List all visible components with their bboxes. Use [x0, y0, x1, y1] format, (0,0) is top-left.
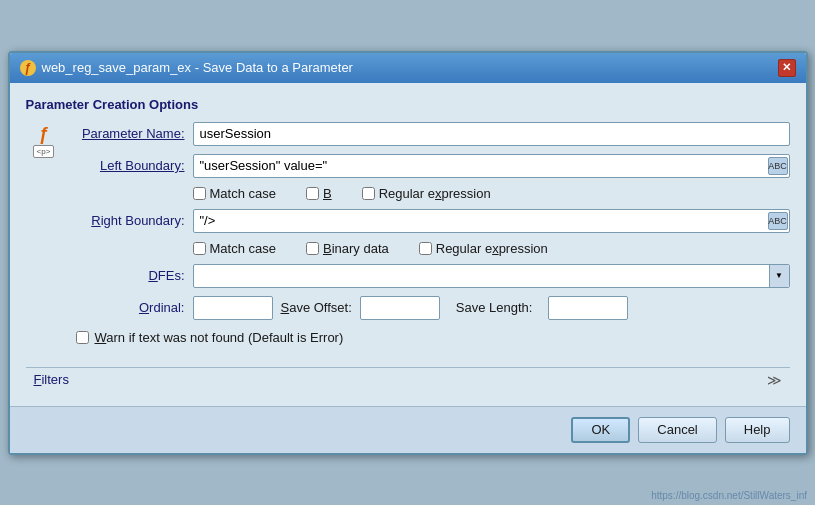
param-name-label: Parameter Name: [70, 126, 185, 141]
param-name-input[interactable] [193, 122, 790, 146]
footer: OK Cancel Help [10, 406, 806, 453]
content-area: Parameter Creation Options ƒ <p> Paramet… [10, 83, 806, 406]
save-length-input[interactable] [548, 296, 628, 320]
right-binary-data-item: Binary data [306, 241, 389, 256]
right-regex-label: Regular expression [436, 241, 548, 256]
left-match-case-checkbox[interactable] [193, 187, 206, 200]
right-boundary-checkboxes: Match case Binary data Regular expressio… [193, 241, 790, 256]
param-section: ƒ <p> Parameter Name: Left Boundary: [26, 122, 790, 355]
left-binary-data-item: B [306, 186, 332, 201]
right-boundary-abc-btn[interactable]: ABC [768, 212, 788, 230]
right-boundary-input[interactable] [193, 209, 790, 233]
param-icon-symbol: ƒ [38, 125, 48, 143]
dfes-select-value [194, 274, 769, 278]
left-binary-data-label: B [323, 186, 332, 201]
save-offset-input[interactable] [360, 296, 440, 320]
left-boundary-checkboxes: Match case B Regular expression [193, 186, 790, 201]
warn-label: Warn if text was not found (Default is E… [95, 330, 344, 345]
main-window: ƒ web_reg_save_param_ex - Save Data to a… [8, 51, 808, 455]
dfes-dropdown-arrow[interactable]: ▼ [769, 265, 789, 287]
right-regex-checkbox[interactable] [419, 242, 432, 255]
dfes-select-wrapper[interactable]: ▼ [193, 264, 790, 288]
right-boundary-label: Right Boundary: [70, 213, 185, 228]
warn-checkbox[interactable] [76, 331, 89, 344]
right-match-case-item: Match case [193, 241, 276, 256]
left-boundary-label: Left Boundary: [70, 158, 185, 173]
dfes-label: DFEs: [70, 268, 185, 283]
window-title: web_reg_save_param_ex - Save Data to a P… [42, 60, 353, 75]
right-regex-item: Regular expression [419, 241, 548, 256]
dfes-row: DFEs: ▼ [70, 264, 790, 288]
ordinal-label: Ordinal: [70, 300, 185, 315]
close-button[interactable]: ✕ [778, 59, 796, 77]
ordinal-row: Ordinal: Save Offset: Save Length: [70, 296, 790, 320]
left-match-case-item: Match case [193, 186, 276, 201]
left-binary-data-checkbox[interactable] [306, 187, 319, 200]
left-regex-item: Regular expression [362, 186, 491, 201]
app-icon: ƒ [20, 60, 36, 76]
form-area: Parameter Name: Left Boundary: ABC [70, 122, 790, 355]
right-match-case-checkbox[interactable] [193, 242, 206, 255]
param-name-row: Parameter Name: [70, 122, 790, 146]
right-boundary-input-wrapper: ABC [193, 209, 790, 233]
left-regex-checkbox[interactable] [362, 187, 375, 200]
filters-row[interactable]: Filters ≫ [26, 367, 790, 392]
param-icon-box: <p> [33, 145, 55, 158]
ordinal-input[interactable] [193, 296, 273, 320]
param-icon: ƒ <p> [26, 124, 62, 160]
save-length-label: Save Length: [456, 300, 533, 315]
title-bar: ƒ web_reg_save_param_ex - Save Data to a… [10, 53, 806, 83]
left-boundary-abc-btn[interactable]: ABC [768, 157, 788, 175]
left-boundary-row: Left Boundary: ABC [70, 154, 790, 178]
right-binary-data-checkbox[interactable] [306, 242, 319, 255]
left-regex-label: Regular expression [379, 186, 491, 201]
filters-label: Filters [34, 372, 69, 387]
cancel-button[interactable]: Cancel [638, 417, 716, 443]
footer-url: https://blog.csdn.net/StillWaters_inf [651, 490, 807, 501]
title-bar-left: ƒ web_reg_save_param_ex - Save Data to a… [20, 60, 353, 76]
save-offset-label: Save Offset: [281, 300, 352, 315]
filters-expand-icon[interactable]: ≫ [767, 372, 782, 388]
right-binary-data-label: Binary data [323, 241, 389, 256]
left-match-case-label: Match case [210, 186, 276, 201]
help-button[interactable]: Help [725, 417, 790, 443]
ok-button[interactable]: OK [571, 417, 630, 443]
right-match-case-label: Match case [210, 241, 276, 256]
right-boundary-row: Right Boundary: ABC [70, 209, 790, 233]
left-boundary-input[interactable] [193, 154, 790, 178]
warn-row: Warn if text was not found (Default is E… [76, 330, 790, 345]
left-boundary-input-wrapper: ABC [193, 154, 790, 178]
section-header: Parameter Creation Options [26, 97, 790, 112]
